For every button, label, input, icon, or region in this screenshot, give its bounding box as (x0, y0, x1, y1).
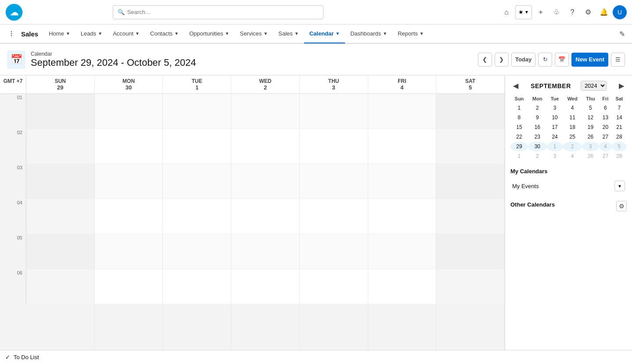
day-slot[interactable] (231, 234, 299, 269)
day-slot[interactable] (163, 234, 231, 269)
starred-btn[interactable]: ★ ▼ (515, 5, 532, 19)
mini-cal-cell[interactable]: 6 (599, 103, 612, 113)
search-bar[interactable]: 🔍 (113, 5, 323, 19)
day-slot[interactable] (300, 164, 368, 199)
nav-account[interactable]: Account ▼ (108, 24, 145, 43)
day-slot[interactable] (163, 269, 231, 304)
salesforce-logo[interactable]: ☁ (5, 4, 23, 21)
mini-cal-cell[interactable]: 12 (582, 113, 599, 122)
mini-cal-cell[interactable]: 24 (547, 132, 563, 142)
day-slot[interactable] (300, 269, 368, 304)
day-slot[interactable] (436, 129, 504, 164)
day-slot[interactable] (436, 269, 504, 304)
day-slot[interactable] (163, 129, 231, 164)
day-slot[interactable] (368, 129, 436, 164)
mini-cal-cell[interactable]: 25 (563, 132, 582, 142)
day-slot[interactable] (231, 199, 299, 234)
mini-cal-cell[interactable]: 22 (510, 132, 528, 142)
mini-cal-cell[interactable]: 28 (612, 132, 627, 142)
home-icon-btn[interactable]: ⌂ (499, 5, 514, 19)
day-slot[interactable] (436, 199, 504, 234)
mini-cal-cell[interactable]: 30 (528, 142, 547, 151)
new-event-btn[interactable]: New Event (571, 53, 608, 67)
refresh-btn[interactable]: ↻ (538, 53, 552, 67)
day-slot[interactable] (231, 164, 299, 199)
mini-cal-cell[interactable]: 21 (612, 122, 627, 132)
mini-cal-cell[interactable]: 19 (582, 122, 599, 132)
day-slot[interactable] (300, 129, 368, 164)
mini-cal-cell[interactable]: 13 (599, 113, 612, 122)
day-slot[interactable] (26, 94, 94, 129)
mini-cal-cell[interactable]: 2 (528, 151, 547, 161)
day-slot[interactable] (436, 234, 504, 269)
day-slot[interactable] (26, 199, 94, 234)
mini-cal-year-select[interactable]: 2024 2025 (581, 81, 607, 91)
nav-leads[interactable]: Leads ▼ (75, 24, 108, 43)
mini-cal-cell[interactable]: 14 (612, 113, 627, 122)
day-slot[interactable] (26, 234, 94, 269)
mini-cal-cell[interactable]: 15 (510, 122, 528, 132)
day-slot[interactable] (231, 269, 299, 304)
mini-cal-cell[interactable]: 18 (563, 122, 582, 132)
bell-icon-btn[interactable]: 🔔 (597, 5, 611, 19)
nav-home[interactable]: Home ▼ (43, 24, 75, 43)
mini-cal-cell[interactable]: 26 (582, 132, 599, 142)
mini-cal-cell[interactable]: 23 (528, 132, 547, 142)
mini-cal-cell[interactable]: 8 (510, 113, 528, 122)
mini-cal-prev[interactable]: ◀ (510, 81, 521, 91)
nav-contacts[interactable]: Contacts ▼ (145, 24, 184, 43)
day-slot[interactable] (368, 94, 436, 129)
mini-cal-cell[interactable]: 27 (599, 132, 612, 142)
help-icon-btn[interactable]: ? (565, 5, 579, 19)
day-slot[interactable] (95, 164, 163, 199)
mini-cal-cell[interactable]: 3 (582, 142, 599, 151)
day-slot[interactable] (436, 164, 504, 199)
mini-cal-cell[interactable]: 27 (599, 151, 612, 161)
day-slot[interactable] (368, 269, 436, 304)
mini-cal-cell[interactable]: 11 (563, 113, 582, 122)
mini-cal-cell[interactable]: 28 (612, 151, 627, 161)
day-slot[interactable] (163, 94, 231, 129)
day-slot[interactable] (26, 129, 94, 164)
mini-cal-cell[interactable]: 10 (547, 113, 563, 122)
day-slot[interactable] (368, 199, 436, 234)
my-events-dropdown-btn[interactable]: ▼ (614, 181, 625, 191)
menu-btn[interactable]: ☰ (611, 53, 625, 67)
mini-cal-cell[interactable]: 1 (510, 151, 528, 161)
mini-cal-cell[interactable]: 2 (563, 142, 582, 151)
mini-cal-cell[interactable]: 16 (528, 122, 547, 132)
day-slot[interactable] (163, 164, 231, 199)
prev-btn[interactable]: ❮ (478, 53, 492, 67)
mini-cal-cell[interactable]: 26 (582, 151, 599, 161)
mini-cal-cell[interactable]: 4 (563, 151, 582, 161)
mini-cal-cell[interactable]: 9 (528, 113, 547, 122)
day-slot[interactable] (95, 269, 163, 304)
day-slot[interactable] (95, 94, 163, 129)
nav-sales[interactable]: Sales ▼ (273, 24, 304, 43)
landscape-icon-btn[interactable]: ♧ (549, 5, 564, 19)
day-slot[interactable] (368, 234, 436, 269)
calendar-view-btn[interactable]: 📅 (555, 53, 569, 67)
mini-cal-cell[interactable]: 20 (599, 122, 612, 132)
day-slot[interactable] (436, 94, 504, 129)
mini-cal-cell[interactable]: 4 (599, 142, 612, 151)
nav-services[interactable]: Services ▼ (234, 24, 273, 43)
mini-cal-cell[interactable]: 29 (510, 142, 528, 151)
day-slot[interactable] (95, 234, 163, 269)
mini-cal-cell[interactable]: 3 (547, 103, 563, 113)
next-btn[interactable]: ❯ (495, 53, 509, 67)
edit-icon[interactable]: ✎ (616, 30, 628, 38)
today-btn[interactable]: Today (511, 53, 535, 67)
mini-cal-cell[interactable]: 2 (528, 103, 547, 113)
settings-icon-btn[interactable]: ⚙ (581, 5, 595, 19)
mini-cal-cell[interactable]: 7 (612, 103, 627, 113)
day-slot[interactable] (300, 234, 368, 269)
mini-cal-cell[interactable]: 5 (612, 142, 627, 151)
mini-cal-cell[interactable]: 3 (547, 151, 563, 161)
nav-reports[interactable]: Reports ▼ (392, 24, 429, 43)
nav-dashboards[interactable]: Dashboards ▼ (345, 24, 392, 43)
search-input[interactable] (127, 9, 319, 15)
mini-cal-cell[interactable]: 4 (563, 103, 582, 113)
day-slot[interactable] (300, 94, 368, 129)
avatar[interactable]: U (613, 5, 627, 19)
